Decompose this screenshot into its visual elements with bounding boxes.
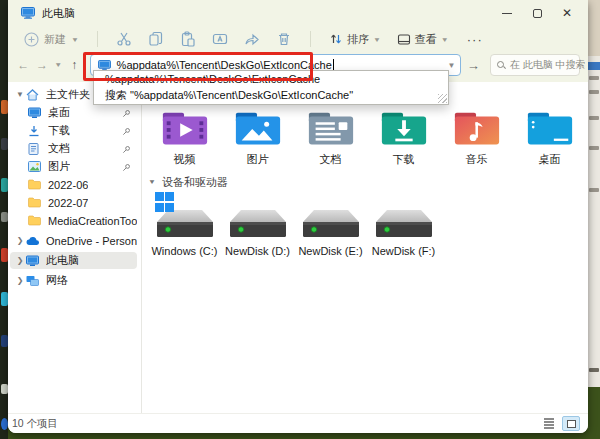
view-icon: [397, 33, 411, 46]
go-to-button[interactable]: →: [461, 54, 487, 76]
window-title: 此电脑: [42, 6, 75, 21]
folder-tile-documents[interactable]: 文档: [294, 109, 367, 167]
folder-icon: [28, 178, 42, 191]
folder-tile-desktop[interactable]: 桌面: [513, 109, 586, 167]
cut-button[interactable]: [110, 28, 138, 50]
pin-icon: [122, 104, 131, 122]
folder-tile-downloads[interactable]: 下载: [367, 109, 440, 167]
sidebar-item-label: 下载: [48, 123, 70, 138]
drive-tile-c[interactable]: Windows (C:): [148, 200, 221, 257]
sidebar-item-folder-2022-07[interactable]: 2022-07: [10, 194, 137, 211]
rename-icon: [212, 31, 228, 47]
cut-icon: [116, 31, 132, 47]
annotation-highlight-box: [83, 52, 313, 81]
maximize-button[interactable]: [522, 0, 552, 26]
flyout-resize-grip[interactable]: [438, 94, 447, 103]
sidebar-item-label: 主文件夹: [46, 87, 90, 102]
sidebar-item-folder-2022-06[interactable]: 2022-06: [10, 176, 137, 193]
videos-folder-icon: [160, 109, 210, 149]
paste-button[interactable]: [174, 28, 202, 50]
desktop-right-sliver: [588, 0, 600, 439]
view-button[interactable]: 查看 ▼: [391, 28, 455, 50]
sidebar-item-label: 2022-06: [48, 179, 88, 191]
sidebar-item-label: 网络: [46, 273, 68, 288]
paste-icon: [180, 31, 196, 47]
toolbar-divider: [310, 31, 311, 47]
new-button[interactable]: 新建 ▼: [18, 28, 85, 50]
music-folder-icon: [452, 109, 502, 149]
expander-icon[interactable]: ▼: [14, 90, 26, 99]
view-button-label: 查看: [415, 32, 437, 47]
network-icon: [26, 274, 40, 287]
share-button[interactable]: [238, 28, 266, 50]
sidebar-item-this-pc[interactable]: ❯ 此电脑: [10, 252, 137, 269]
sidebar-item-onedrive[interactable]: ❯ OneDrive - Personal: [10, 232, 137, 249]
library-folders: 视频 图片: [148, 109, 588, 167]
drive-tile-e[interactable]: NewDisk (E:): [294, 200, 367, 257]
command-toolbar: 新建 ▼: [8, 26, 588, 52]
home-icon: [26, 88, 40, 101]
folder-tile-pictures[interactable]: 图片: [221, 109, 294, 167]
chevron-down-icon: ▼: [373, 35, 381, 42]
sort-button-label: 排序: [347, 32, 369, 47]
sidebar-item-pictures[interactable]: 图片: [10, 158, 137, 175]
pin-icon: [122, 140, 131, 158]
documents-folder-icon: [306, 109, 356, 149]
sidebar-item-network[interactable]: ❯ 网络: [10, 272, 137, 289]
address-dropdown-chevron[interactable]: ▼: [448, 61, 456, 70]
sidebar-item-label: 此电脑: [46, 253, 79, 268]
this-pc-icon: [26, 254, 40, 267]
desktop-folder-icon: [525, 109, 575, 149]
drive-tile-d[interactable]: NewDisk (D:): [221, 200, 294, 257]
folder-tile-videos[interactable]: 视频: [148, 109, 221, 167]
devices-and-drives-header[interactable]: ▼ 设备和驱动器: [148, 175, 588, 190]
drive-tile-label: Windows (C:): [151, 245, 217, 257]
sidebar-item-label: 图片: [48, 159, 70, 174]
sidebar-item-desktop[interactable]: 桌面: [10, 104, 137, 121]
drives-list: Windows (C:) NewDisk (D:): [148, 200, 588, 257]
new-button-label: 新建: [44, 32, 66, 47]
recent-locations-button[interactable]: ▼: [51, 56, 65, 74]
section-collapse-icon[interactable]: ▼: [148, 179, 156, 186]
folder-tile-label: 图片: [247, 152, 269, 167]
suggestion-search[interactable]: 搜索 "%appdata%\Tencent\DeskGo\ExtIconCach…: [94, 87, 448, 104]
hard-drive-icon: [376, 200, 432, 242]
drive-tile-label: NewDisk (E:): [298, 245, 362, 257]
sidebar-item-documents[interactable]: 文档: [10, 140, 137, 157]
rename-button[interactable]: [206, 28, 234, 50]
more-options-button[interactable]: ···: [459, 32, 491, 47]
copy-button[interactable]: [142, 28, 170, 50]
details-view-button[interactable]: [540, 416, 558, 431]
close-button[interactable]: ✕: [552, 0, 582, 26]
trash-icon: [276, 31, 292, 47]
sidebar-item-label: 2022-07: [48, 197, 88, 209]
pin-icon: [122, 158, 131, 176]
expander-icon[interactable]: ❯: [14, 236, 26, 245]
minimize-button[interactable]: [492, 0, 522, 26]
drive-tile-f[interactable]: NewDisk (F:): [367, 200, 440, 257]
download-icon: [28, 124, 42, 137]
files-pane: 视频 图片: [142, 82, 588, 413]
expander-icon[interactable]: ❯: [14, 256, 26, 265]
back-button[interactable]: ←: [14, 54, 33, 76]
forward-button[interactable]: →: [33, 54, 52, 76]
folder-tile-label: 下载: [393, 152, 415, 167]
sidebar-item-label: 文档: [48, 141, 70, 156]
folder-tile-music[interactable]: 音乐: [440, 109, 513, 167]
pin-icon: [122, 122, 131, 140]
expander-icon[interactable]: ❯: [14, 276, 26, 285]
up-button[interactable]: ↑: [65, 54, 84, 76]
desktop-icon: [28, 106, 42, 119]
large-icons-view-button[interactable]: [562, 416, 580, 431]
copy-icon: [148, 31, 164, 47]
sort-button[interactable]: 排序 ▼: [323, 28, 387, 50]
screen: 此电脑 ✕ 新建 ▼: [0, 0, 600, 439]
search-input[interactable]: 在 此电脑 中搜索: [490, 54, 580, 76]
sidebar-item-folder-mediacreationtool[interactable]: MediaCreationTool.bat-main: [10, 212, 137, 229]
sidebar-item-downloads[interactable]: 下载: [10, 122, 137, 139]
delete-button[interactable]: [270, 28, 298, 50]
hard-drive-icon: [230, 200, 286, 242]
details-view-icon: [544, 418, 554, 429]
search-icon: [497, 61, 505, 69]
title-bar[interactable]: 此电脑 ✕: [8, 0, 588, 26]
